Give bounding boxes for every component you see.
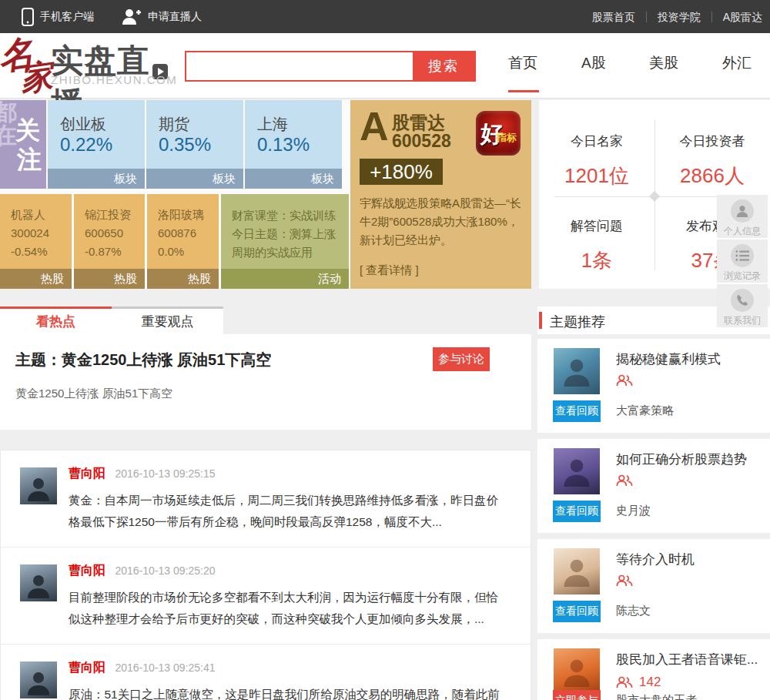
stat-today-experts: 今日名家 1201位: [539, 132, 654, 189]
topic-subtitle: 黄金1250上待涨 原油51下高空: [15, 387, 172, 401]
recommend-title[interactable]: 等待介入时机: [616, 551, 695, 568]
user-icon: [731, 199, 754, 223]
comment-item: 曹向阳 2016-10-13 09:25:20 目前整理阶段的市场价无论多空都看…: [1, 548, 531, 645]
broadcaster-name[interactable]: 大富豪策略: [616, 404, 674, 418]
avatar[interactable]: [20, 467, 57, 504]
topic-card: 主题：黄金1250上待涨 原油51下高空 参与讨论 黄金1250上待涨 原油51…: [0, 334, 531, 430]
topbar-link-stock-home[interactable]: 股票首页: [581, 12, 647, 22]
hot-stock-card-robot[interactable]: 机器人 300024 -0.54% 热股: [0, 194, 72, 289]
contact-us-button[interactable]: 联系我们: [717, 284, 768, 327]
recommend-item: 等待介入时机 查看回顾 陈志文: [537, 539, 770, 633]
avatar[interactable]: [554, 648, 600, 695]
comment-author[interactable]: 曹向阳: [69, 564, 105, 577]
apply-broadcaster-link[interactable]: 申请直播人: [122, 0, 202, 33]
radar-letter: A: [360, 103, 389, 149]
phone-icon: [731, 289, 754, 312]
activity-text: 财富课堂：实战训练 今日主题：测算上涨周期的实战应用: [232, 206, 341, 262]
broadcaster-name[interactable]: 陈志文: [616, 604, 651, 618]
nav-home[interactable]: 首页: [508, 53, 537, 73]
recommend-title[interactable]: 揭秘稳健赢利模式: [616, 350, 721, 368]
history-list-icon: [731, 244, 754, 267]
join-now-button[interactable]: 立即参与: [553, 690, 601, 700]
people-icon: [616, 676, 633, 688]
people-icon: [616, 474, 633, 487]
comment-author[interactable]: 曹向阳: [69, 467, 105, 480]
good-indicator-badge-icon: 好 指标: [476, 111, 521, 156]
content-tabs: 看热点 重要观点: [0, 306, 531, 334]
hot-stock-card-luoyang[interactable]: 洛阳玻璃 600876 0.0% 热股: [147, 194, 219, 289]
top-bar: 手机客户端 申请直播人 股票首页 投资学院 A股雷达: [0, 0, 770, 33]
avatar[interactable]: [554, 548, 600, 594]
sector-card-chinext[interactable]: 创业板 0.22% 板块: [48, 100, 145, 189]
mobile-phone-icon: [22, 8, 34, 26]
broadcaster-name[interactable]: 股市大盘的王者: [616, 693, 697, 700]
audience-row: [616, 574, 639, 587]
nav-a-shares[interactable]: A股: [581, 53, 606, 73]
comment-item: 曹向阳 2016-10-13 09:25:41 原油：51关口之上随意做空，这是…: [1, 645, 531, 700]
recommend-title[interactable]: 股民加入王者语音课钜...: [616, 651, 758, 668]
avatar[interactable]: [554, 448, 600, 494]
view-replay-button[interactable]: 查看回顾: [553, 601, 601, 622]
view-replay-button[interactable]: 查看回顾: [553, 400, 601, 422]
radar-gain-badge: +180%: [360, 159, 443, 185]
audience-row: [616, 474, 639, 487]
tab-hot-topics[interactable]: 看热点: [0, 306, 112, 334]
activity-card[interactable]: 财富课堂：实战训练 今日主题：测算上涨周期的实战应用 活动: [221, 194, 349, 289]
sector-card-shanghai[interactable]: 上海 0.13% 板块: [245, 100, 342, 189]
browse-history-button[interactable]: 浏览记录: [717, 239, 768, 283]
view-replay-button[interactable]: 查看回顾: [553, 501, 601, 522]
page: 手机客户端 申请直播人 股票首页 投资学院 A股雷达 名 家 实盘直播 ZHIB…: [0, 0, 770, 700]
avatar[interactable]: [20, 661, 57, 698]
sidebar-title: 主题推荐: [550, 313, 605, 331]
avatar[interactable]: [554, 348, 600, 394]
nav-active-underline: [508, 90, 539, 92]
sector-tag: 板块: [245, 169, 342, 189]
stats-center-diamond: [649, 191, 660, 202]
comment-text: 黄金：自本周一市场延续走低后，周二周三我们转换思路维持低多看涨，昨日盘价格最低下…: [69, 490, 507, 533]
apply-broadcaster-label: 申请直播人: [148, 0, 202, 33]
hot-stock-card-jinjiang[interactable]: 锦江投资 600650 -0.87% 热股: [74, 194, 145, 289]
recommend-title[interactable]: 如何正确分析股票趋势: [616, 450, 747, 468]
tab-important-views[interactable]: 重要观点: [112, 306, 223, 334]
sector-tag: 板块: [48, 169, 145, 189]
topbar-link-invest-academy[interactable]: 投资学院: [647, 12, 712, 22]
audience-row: 142: [616, 675, 661, 690]
radar-description: 宇辉战舰选股策略A股雷达—“长牛2期”600528成功大涨180%，新计划已经出…: [360, 194, 523, 250]
main-nav: 首页 A股 美股 外汇: [0, 33, 770, 99]
mobile-client-link[interactable]: 手机客户端: [22, 0, 94, 33]
comment-time: 2016-10-13 09:25:41: [115, 661, 215, 674]
avatar[interactable]: [20, 564, 57, 601]
watch-label-box: 都 在 关 注: [0, 100, 46, 189]
radar-code: 600528: [392, 131, 451, 152]
join-discussion-button[interactable]: 参与讨论: [433, 347, 490, 371]
audience-row: [616, 374, 639, 387]
quick-action-bar: 个人信息 浏览记录 联系我们: [717, 195, 768, 329]
nav-forex[interactable]: 外汇: [722, 53, 752, 73]
topic-title: 主题：黄金1250上待涨 原油51下高空: [15, 350, 271, 370]
topbar-links: 股票首页 投资学院 A股雷达: [581, 0, 767, 33]
topbar-link-a-share-radar[interactable]: A股雷达: [712, 12, 767, 22]
sidebar-accent-bar: [539, 312, 542, 329]
hot-stock-tag: 热股: [147, 269, 219, 289]
comment-item: 曹向阳 2016-10-13 09:25:15 黄金：自本周一市场延续走低后，周…: [1, 450, 531, 548]
radar-detail-link[interactable]: [ 查看详情 ]: [360, 263, 419, 278]
stat-today-investors: 今日投资者 2866人: [654, 132, 770, 189]
hot-stock-tag: 热股: [74, 269, 145, 289]
recommend-item: 揭秘稳健赢利模式 查看回顾 大富豪策略: [537, 339, 770, 433]
nav-us-stocks[interactable]: 美股: [649, 53, 678, 73]
people-icon: [616, 574, 633, 587]
recommend-item: 股民加入王者语音课钜... 142 立即参与 股市大盘的王者: [537, 639, 770, 700]
comment-time: 2016-10-13 09:25:15: [115, 467, 215, 480]
broadcaster-name[interactable]: 史月波: [616, 504, 651, 518]
a-share-radar-card[interactable]: A 股雷达 600528 +180% 好 指标 宇辉战舰选股策略A股雷达—“长牛…: [350, 100, 531, 289]
sector-card-futures[interactable]: 期货 0.35% 板块: [146, 100, 243, 189]
personal-info-button[interactable]: 个人信息: [717, 195, 768, 238]
sector-tag: 板块: [146, 169, 243, 189]
comment-text: 目前整理阶段的市场价无论多空都看不到太大利润，因为运行幅度十分有限，但恰似这种整…: [69, 587, 507, 630]
people-icon: [616, 374, 633, 387]
comment-time: 2016-10-13 09:25:20: [115, 564, 215, 577]
audience-count: 142: [639, 675, 661, 690]
site-header: 名 家 实盘直播 ZHIBO.HEXUN.COM 搜索 首页 A股 美股 外汇: [0, 33, 770, 99]
recommend-item: 如何正确分析股票趋势 查看回顾 史月波: [537, 439, 770, 533]
comment-author[interactable]: 曹向阳: [69, 661, 105, 674]
